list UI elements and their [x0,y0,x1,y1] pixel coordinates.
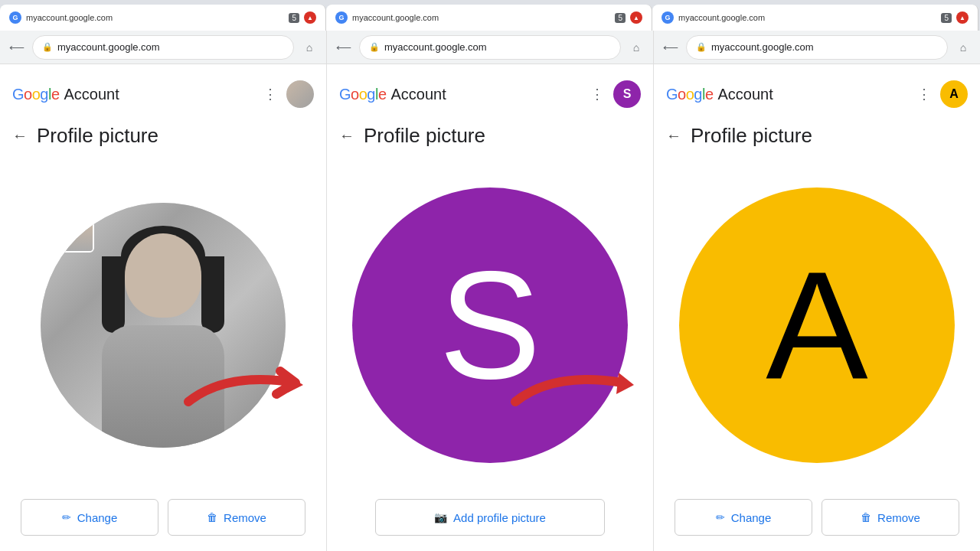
address-box-3[interactable]: 🔒 myaccount.google.com [686,35,948,60]
profile-header-2: ← Profile picture [327,118,653,160]
tab-favicon-3: G [662,11,674,24]
profile-title-2: Profile picture [364,124,485,148]
profile-pic-area-3: A [654,160,980,490]
profile-title-1: Profile picture [37,124,158,148]
profile-pic-area-1 [0,160,326,490]
tab-count-2: 5 [615,13,626,23]
menu-dots-1[interactable]: ⋮ [263,86,277,103]
brand-3: Google Account [666,86,773,103]
tab-1[interactable]: G myaccount.google.com 5 [0,5,326,31]
tab-url-2: myaccount.google.com [352,13,610,22]
back-arrow-1[interactable]: ← [12,127,28,145]
profile-header-3: ← Profile picture [654,118,980,160]
header-1: Google Account ⋮ [0,64,326,118]
header-2: Google Account ⋮ S [327,64,653,118]
avatar-3[interactable]: A [940,80,968,108]
address-text-2: myaccount.google.com [384,41,487,53]
remove-label-1: Remove [224,511,266,524]
tab-2[interactable]: G myaccount.google.com 5 [326,5,652,31]
browser-tabs: G myaccount.google.com 5 G myaccount.goo… [0,0,980,31]
add-label-2: Add profile picture [453,511,546,524]
header-3: Google Account ⋮ A [654,64,980,118]
profile-circle-1[interactable] [41,203,286,448]
camera-icon: 📷 [434,511,447,523]
svg-marker-0 [616,373,634,394]
buttons-2: 📷 Add profile picture [327,490,653,551]
header-right-3: ⋮ A [917,80,968,108]
tab-url-1: myaccount.google.com [26,13,284,22]
address-text-1: myaccount.google.com [57,41,160,53]
tab-3[interactable]: G myaccount.google.com 5 [652,5,978,31]
change-label-1: Change [77,511,118,524]
tab-notification-2 [630,11,642,24]
profile-circle-2[interactable]: S [352,187,628,463]
tab-favicon-2: G [335,11,348,24]
back-nav-3[interactable]: ⟵ [660,37,681,58]
hair-right [201,256,224,333]
account-title-2: Account [391,86,446,103]
avatar-letter-2: S [623,87,632,101]
column-1: Google Account ⋮ ← Profile picture [0,64,327,551]
address-bar-row: ⟵ 🔒 myaccount.google.com ⌂ ⟵ 🔒 myaccount… [0,31,980,64]
remove-btn-1[interactable]: 🗑 Remove [168,499,305,536]
tab-notification-1 [304,11,316,24]
address-text-3: myaccount.google.com [711,41,814,53]
profile-letter-2: S [439,249,541,402]
small-thumbnail-1 [48,210,94,253]
change-label-3: Change [731,511,772,524]
change-icon-3: ✏ [716,511,725,523]
address-box-1[interactable]: 🔒 myaccount.google.com [32,35,294,60]
tab-count-1: 5 [289,13,299,23]
brand-2: Google Account [339,86,446,103]
tab-favicon-1: G [9,11,21,24]
remove-btn-3[interactable]: 🗑 Remove [822,499,959,536]
remove-icon-3: 🗑 [861,511,871,523]
profile-title-3: Profile picture [691,124,812,148]
change-btn-3[interactable]: ✏ Change [675,499,812,536]
head [125,233,201,318]
buttons-1: ✏ Change 🗑 Remove [0,490,326,551]
remove-icon-1: 🗑 [207,511,217,523]
address-section-2: ⟵ 🔒 myaccount.google.com ⌂ [327,31,654,64]
header-right-2: ⋮ S [590,80,641,108]
back-arrow-3[interactable]: ← [666,127,681,145]
profile-pic-area-2: S [327,160,653,490]
avatar-1[interactable] [286,80,314,108]
remove-label-3: Remove [877,511,920,524]
address-box-2[interactable]: 🔒 myaccount.google.com [359,35,621,60]
google-logo-3: Google [666,86,714,103]
menu-dots-2[interactable]: ⋮ [590,86,604,103]
column-3: Google Account ⋮ A ← Profile picture A ✏ [654,64,980,551]
tab-count-3: 5 [941,13,952,23]
hair-left [102,256,125,333]
brand-1: Google Account [12,86,119,103]
lock-icon-1: 🔒 [42,42,53,52]
account-title-1: Account [64,86,119,103]
home-btn-3[interactable]: ⌂ [952,37,974,58]
avatar-2[interactable]: S [613,80,641,108]
home-btn-1[interactable]: ⌂ [299,37,320,58]
change-icon-1: ✏ [62,511,71,523]
body [102,325,224,448]
profile-header-1: ← Profile picture [0,118,326,160]
avatar-letter-3: A [949,87,959,101]
column-2: Google Account ⋮ S ← Profile picture S [327,64,654,551]
add-profile-btn[interactable]: 📷 Add profile picture [375,499,605,536]
address-section-1: ⟵ 🔒 myaccount.google.com ⌂ [0,31,327,64]
header-right-1: ⋮ [263,80,314,108]
address-section-3: ⟵ 🔒 myaccount.google.com ⌂ [654,31,980,64]
back-nav-2[interactable]: ⟵ [333,37,354,58]
account-title-3: Account [718,86,773,103]
tab-url-3: myaccount.google.com [678,13,936,22]
page-content: Google Account ⋮ ← Profile picture [0,64,980,551]
change-btn-1[interactable]: ✏ Change [21,499,158,536]
lock-icon-3: 🔒 [696,42,707,52]
tab-notification-3 [956,11,969,24]
home-btn-2[interactable]: ⌂ [626,37,647,58]
buttons-3: ✏ Change 🗑 Remove [654,490,980,551]
lock-icon-2: 🔒 [369,42,380,52]
profile-circle-3[interactable]: A [679,187,955,463]
menu-dots-3[interactable]: ⋮ [917,86,931,103]
back-nav-1[interactable]: ⟵ [6,37,28,58]
back-arrow-2[interactable]: ← [339,127,354,145]
